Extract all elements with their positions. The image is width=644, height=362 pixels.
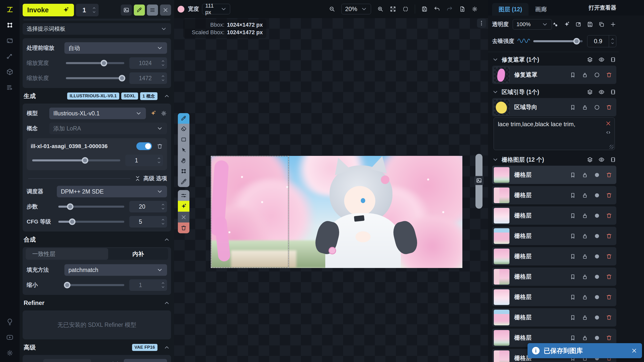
fit-to-view-icon[interactable] [390, 6, 396, 12]
bookmark-icon[interactable] [570, 253, 576, 260]
lora-delete-icon[interactable] [156, 143, 163, 150]
model-default-icon[interactable] [150, 110, 156, 117]
brush-width-select[interactable]: 111 px [202, 4, 230, 14]
regional-guidance-row[interactable]: 区域导向 [492, 98, 616, 116]
bookmark-icon[interactable] [570, 212, 576, 219]
raster-layer-row[interactable]: 栅格层 [492, 308, 616, 327]
collapse-icon[interactable] [164, 236, 170, 243]
stepper[interactable] [161, 59, 165, 67]
downscale-slider[interactable] [66, 282, 124, 288]
tool-eraser[interactable] [178, 124, 189, 134]
resize-grip[interactable] [610, 145, 614, 149]
visibility-circle-icon[interactable] [594, 274, 600, 280]
new-from-visible-icon[interactable] [575, 21, 582, 28]
redo-icon[interactable] [446, 6, 453, 12]
raster-layer-row[interactable]: 栅格层 [492, 288, 616, 306]
new-canvas-icon[interactable] [459, 6, 465, 12]
lora-weight-slider[interactable] [32, 157, 120, 164]
tab-infill[interactable]: 内补 [108, 248, 168, 260]
lock-icon[interactable] [582, 314, 588, 321]
lock-icon[interactable] [582, 233, 588, 239]
visibility-circle-icon[interactable] [594, 72, 600, 78]
vae-precision-select[interactable]: FP16 [124, 359, 167, 362]
advanced-header[interactable]: 高级 VAE FP16 [23, 343, 171, 351]
vae-select[interactable]: 默认 VAE [43, 359, 91, 362]
region-prompt-input[interactable]: lace trim,lace,black lace trim, [494, 118, 615, 150]
stepper[interactable] [161, 74, 165, 82]
raster-layer-row[interactable]: 栅格层 [492, 186, 616, 204]
filter-layers-icon[interactable] [552, 21, 558, 28]
visibility-circle-icon[interactable] [594, 233, 600, 239]
invoke-logo[interactable] [4, 4, 15, 15]
invoke-button[interactable]: Invoke [23, 4, 74, 16]
delete-layer-icon[interactable] [606, 72, 612, 78]
scaled-width-slider[interactable] [66, 60, 124, 66]
canvas-settings-icon[interactable] [471, 6, 478, 12]
isolate-icon[interactable] [610, 156, 616, 163]
lora-weight-input[interactable]: 1 [125, 155, 163, 166]
canvas-area[interactable]: 宽度 111 px 20% [174, 0, 488, 362]
lock-icon[interactable] [582, 274, 588, 280]
lock-icon[interactable] [582, 294, 588, 300]
stepper[interactable] [161, 203, 165, 211]
bookmark-icon[interactable] [570, 274, 576, 280]
queue-count-input[interactable]: 1 [76, 4, 99, 16]
undo-icon[interactable] [434, 6, 440, 12]
delete-layer-icon[interactable] [606, 253, 612, 260]
visibility-icon[interactable] [598, 56, 605, 63]
sidebar-item-workflows[interactable] [4, 51, 15, 62]
tool-move[interactable] [178, 145, 189, 155]
stepper[interactable] [161, 281, 165, 289]
visibility-circle-icon[interactable] [594, 253, 600, 260]
lock-icon[interactable] [582, 253, 588, 260]
cfg-input[interactable]: 5 [129, 216, 167, 228]
scale-mode-select[interactable]: 自动 [64, 42, 167, 54]
isolate-icon[interactable] [610, 89, 616, 95]
merge-layers-icon[interactable] [587, 156, 593, 163]
canvas-menu-button[interactable] [477, 19, 486, 28]
scheduler-select[interactable]: DPM++ 2M SDE [57, 186, 167, 197]
auto-process-icon[interactable] [564, 21, 570, 28]
bookmark-icon[interactable] [570, 314, 576, 321]
visibility-circle-icon[interactable] [594, 192, 600, 199]
lock-icon[interactable] [582, 172, 588, 178]
bookmark-icon[interactable] [570, 335, 576, 341]
lora-toggle[interactable] [136, 142, 152, 150]
tab-coherence[interactable]: 一致性层 [26, 248, 108, 260]
tool-rect[interactable] [178, 134, 189, 145]
scaled-height-input[interactable]: 1472 [129, 72, 167, 84]
fit-bbox-icon[interactable] [402, 6, 409, 12]
prompt-template-select[interactable]: 选择提示词模板 [23, 23, 171, 35]
add-layer-icon[interactable] [610, 21, 616, 28]
downscale-input[interactable]: 1 [129, 279, 167, 291]
bookmark-icon[interactable] [570, 172, 576, 178]
scaled-height-slider[interactable] [66, 75, 124, 81]
raster-layer-row[interactable]: 栅格层 [492, 166, 616, 184]
delete-layer-icon[interactable] [606, 233, 612, 239]
stepper[interactable] [161, 218, 165, 226]
delete-layer-icon[interactable] [606, 172, 612, 178]
delete-layer-icon[interactable] [606, 192, 612, 199]
queue-count-stepper[interactable] [92, 6, 96, 14]
inpaint-mask-section-header[interactable]: 修复遮罩 (1个) [492, 54, 616, 66]
model-select[interactable]: Illustrious-XL-v0.1 [49, 108, 146, 119]
visibility-circle-icon[interactable] [594, 335, 600, 341]
merge-layers-icon[interactable] [587, 89, 593, 95]
delete-layer-icon[interactable] [606, 212, 612, 219]
infill-method-select[interactable]: patchmatch [64, 264, 167, 276]
tab-layers[interactable]: 图层 (12) [492, 3, 529, 16]
menu-button[interactable] [147, 5, 158, 16]
delete-layer-icon[interactable] [606, 294, 612, 300]
tool-invoke-region[interactable] [178, 201, 189, 212]
save-layer-icon[interactable] [587, 21, 593, 28]
tool-bbox[interactable] [178, 166, 189, 176]
canvas-image[interactable] [211, 156, 462, 268]
brush-color-swatch[interactable] [178, 6, 184, 13]
visibility-circle-icon[interactable] [594, 294, 600, 300]
delete-layer-icon[interactable] [606, 335, 612, 341]
steps-slider[interactable] [58, 203, 124, 210]
lock-icon[interactable] [582, 192, 588, 199]
lock-icon[interactable] [582, 104, 588, 111]
collapse-icon[interactable] [164, 300, 170, 306]
sidebar-item-upscale[interactable] [4, 35, 15, 46]
